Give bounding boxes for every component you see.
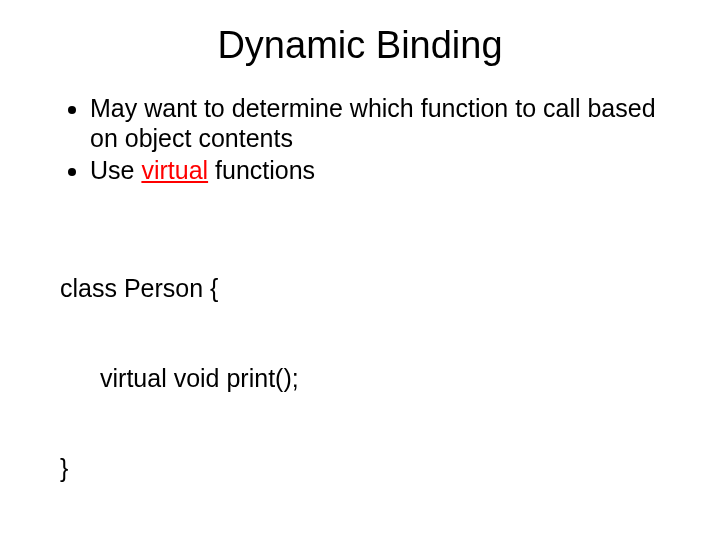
slide-title: Dynamic Binding bbox=[60, 24, 660, 67]
bullet-item-1: May want to determine which function to … bbox=[90, 93, 660, 153]
slide: Dynamic Binding May want to determine wh… bbox=[0, 0, 720, 540]
virtual-keyword: virtual bbox=[141, 156, 208, 184]
bullet-item-2: Use virtual functions bbox=[90, 155, 660, 185]
bullet-2-prefix: Use bbox=[90, 156, 141, 184]
bullet-list: May want to determine which function to … bbox=[60, 93, 660, 185]
code-line-2: virtual void print(); bbox=[60, 363, 660, 393]
code-line-3: } bbox=[60, 453, 660, 483]
code-line-1: class Person { bbox=[60, 273, 660, 303]
bullet-2-suffix: functions bbox=[208, 156, 315, 184]
code-block: class Person { virtual void print(); } c… bbox=[60, 213, 660, 540]
